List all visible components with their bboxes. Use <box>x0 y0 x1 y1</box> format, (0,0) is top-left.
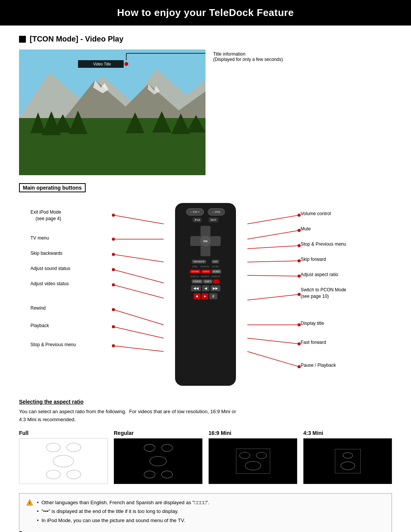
svg-point-50 <box>298 342 301 345</box>
pause-button[interactable]: ⏸ <box>209 293 217 299</box>
title-annotation: Title information (Displayed for only a … <box>213 50 283 62</box>
note-item-3: In iPod Mode, you can use the picture an… <box>36 517 209 524</box>
rewind-button[interactable]: ◀◀ <box>191 285 201 291</box>
svg-point-24 <box>112 253 115 256</box>
ellipse-tr <box>67 443 81 452</box>
ellipse-169-tl <box>239 452 250 459</box>
ellipse-43-bottom <box>341 462 355 470</box>
dvr-status-pcon-labels: DVR STATUS PCON <box>178 265 233 268</box>
sound-button[interactable]: SOUND <box>190 270 201 273</box>
section-title: [TCON Mode] - Video Play <box>19 35 392 43</box>
ellipse-169-tr <box>256 452 267 459</box>
vol-button[interactable]: – VOL <box>208 208 225 216</box>
aspect-43mini-label: 4:3 Mini <box>303 430 392 436</box>
main-operating-label: Main operating buttons <box>19 183 86 192</box>
ann-skip-fwd: Skip forward <box>301 256 326 263</box>
svg-point-34 <box>112 344 115 347</box>
record-button[interactable]: ● <box>202 293 208 299</box>
ok-button[interactable]: OK <box>200 236 211 246</box>
note-item-1: Other languages than English, French and… <box>36 499 209 506</box>
svg-line-19 <box>113 215 164 224</box>
ellipse-reg-tl <box>144 444 155 452</box>
ellipse-43-top <box>343 452 353 459</box>
asp-button[interactable]: ASP <box>212 260 219 264</box>
notes-list: Other languages than English, French and… <box>36 499 209 526</box>
title-annotation-line2: (Displayed for only a few seconds) <box>213 57 283 62</box>
ipod-button[interactable]: iPod <box>193 217 202 222</box>
note-item-2: "•••" is displayed at the end of the tit… <box>36 508 209 515</box>
ann-skip-back: Skip backwards <box>30 250 62 257</box>
ann-adj-sound: Adjust sound status <box>30 265 70 272</box>
ch-button[interactable]: – CH + <box>186 208 204 216</box>
red-button[interactable] <box>213 280 219 283</box>
svg-point-40 <box>298 244 301 247</box>
sub-mu-display-labels: SUB CH MU/MTS DISPLAY <box>178 275 233 278</box>
svg-line-49 <box>247 338 299 344</box>
ann-vol-ctrl: Volume control <box>301 211 331 217</box>
svg-line-25 <box>113 270 164 283</box>
dvr-label: DVR <box>193 265 198 268</box>
svg-line-39 <box>247 246 299 249</box>
svg-point-20 <box>112 214 115 217</box>
svg-line-41 <box>247 261 299 262</box>
svg-text:Video Title: Video Title <box>93 62 111 66</box>
status-label: STATUS <box>200 265 209 268</box>
tv-screen-wrapper: Video Title <box>19 50 206 176</box>
ffwd-button[interactable]: ▶▶ <box>210 285 220 291</box>
sub-t-button[interactable]: SUB T <box>203 280 212 283</box>
svg-point-42 <box>298 259 301 262</box>
aspect-full-label: Full <box>19 430 108 436</box>
stop-button[interactable]: ■ <box>194 293 200 299</box>
aspect-43mini: 4:3 Mini <box>303 430 392 484</box>
transport-row-2: ■ ● ⏸ <box>194 293 217 299</box>
svg-point-26 <box>112 268 115 271</box>
aspect-43mini-box <box>303 438 392 484</box>
svg-point-36 <box>298 214 301 217</box>
section-title-text: [TCON Mode] - Video Play <box>30 35 123 43</box>
remote-control: – CH + – VOL iPod MUT OK FAVORITE ASP <box>175 203 236 386</box>
aspect-169mini-label: 16:9 Mini <box>209 430 297 436</box>
ellipse-reg-tr <box>161 444 173 452</box>
tv-vcr-button[interactable]: TV/VCR <box>192 280 202 283</box>
svg-text:!: ! <box>29 501 30 505</box>
guide-button[interactable]: GUIDE <box>212 270 221 273</box>
section-bullet <box>19 36 26 43</box>
aspect-ratio-section: Selecting the aspect ratio You can selec… <box>19 399 392 532</box>
aspect-regular: Regular <box>114 430 202 484</box>
ann-fast-fwd: Fast forward <box>301 339 326 346</box>
ch-vol-row: – CH + – VOL <box>178 208 233 216</box>
ellipse-br <box>67 470 81 479</box>
aspect-full-box <box>19 438 108 484</box>
header-title: How to enjoy your TeleDock Feature <box>117 7 294 18</box>
ann-adj-video: Adjust video status <box>30 281 69 287</box>
svg-point-30 <box>112 308 115 311</box>
remote-diagram: Exit iPod Mode(see page 4) TV menu Skip … <box>19 203 392 390</box>
mute-button[interactable]: MUT <box>209 217 218 222</box>
svg-point-46 <box>298 293 301 296</box>
aspect-full: Full <box>19 430 108 484</box>
video-button[interactable]: VIDEO <box>201 270 211 273</box>
ann-pause-play: Pause / Playback <box>301 362 336 369</box>
sound-video-guide-row: SOUND VIDEO GUIDE <box>178 270 233 273</box>
notes-row: ! Other languages than English, French a… <box>26 499 385 526</box>
warning-icon: ! <box>26 499 33 507</box>
tv-image-area: Video Title Title information (Displayed… <box>19 50 392 176</box>
ann-stop-prev-left: Stop & Previous menu <box>30 342 76 348</box>
notes-box: ! Other languages than English, French a… <box>19 493 392 532</box>
svg-line-29 <box>113 310 164 325</box>
prev-button[interactable]: ◀ <box>202 285 209 291</box>
favorite-button[interactable]: FAVORITE <box>192 260 206 264</box>
ann-stop-prev-right: Stop & Previous menu <box>301 241 346 248</box>
ellipse-169-center <box>245 461 261 470</box>
sub-ch-label: SUB CH <box>191 275 199 278</box>
svg-line-27 <box>113 285 164 298</box>
svg-line-43 <box>247 275 299 276</box>
page-header: How to enjoy your TeleDock Feature <box>0 0 411 26</box>
ann-rewind: Rewind <box>30 305 46 312</box>
aspect-grid: Full Regular <box>19 430 392 484</box>
ann-switch-pcon: Switch to PCON Mode(see page 10) <box>301 287 346 300</box>
svg-line-23 <box>113 254 164 262</box>
ipod-mute-row: iPod MUT <box>178 217 233 222</box>
mu-mts-label: MU/MTS <box>201 275 209 278</box>
svg-point-48 <box>298 323 301 326</box>
